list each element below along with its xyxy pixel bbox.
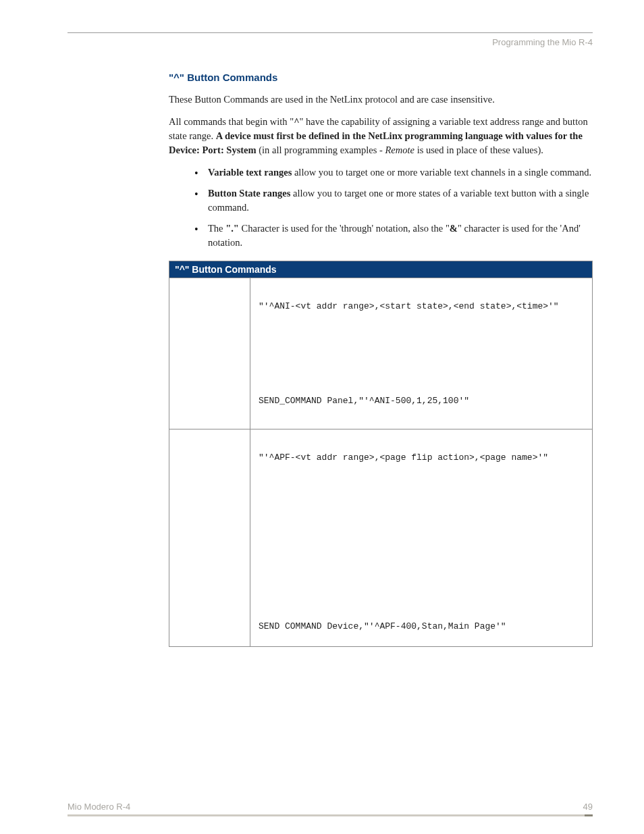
- table-header-row: "^" Button Commands: [169, 261, 593, 278]
- b2-bold: Button State ranges: [208, 188, 290, 199]
- p2-caret: ^: [294, 116, 299, 127]
- paragraph-intro: These Button Commands are used in the Ne…: [169, 93, 593, 107]
- bullet-list: Variable text ranges allow you to target…: [194, 165, 593, 250]
- footer-left: Mio Modero R-4: [68, 802, 130, 812]
- p2-italic: Remote: [385, 145, 414, 155]
- table-row: "'^APF-<vt addr range>,<page flip action…: [169, 429, 593, 647]
- b3-bold1: ".": [225, 223, 239, 234]
- p2-part-e: is used in place of these values).: [414, 145, 543, 155]
- table-cell-right: "'^APF-<vt addr range>,<page flip action…: [250, 429, 593, 647]
- table-row: "'^ANI-<vt addr range>,<start state>,<en…: [169, 278, 593, 429]
- content-area: "^" Button Commands These Button Command…: [68, 72, 593, 647]
- bullet-item-3: The "." Character is used for the 'throu…: [194, 221, 593, 250]
- b1-bold: Variable text ranges: [208, 167, 292, 178]
- row0-syntax: "'^ANI-<vt addr range>,<start state>,<en…: [259, 300, 584, 313]
- footer-rule-end: [585, 814, 593, 816]
- footer-rule: [68, 814, 593, 816]
- commands-table: "^" Button Commands "'^ANI-<vt addr rang…: [169, 261, 593, 647]
- row0-example: SEND_COMMAND Panel,"'^ANI-500,1,25,100'": [259, 394, 584, 408]
- paragraph-detail: All commands that begin with "^" have th…: [169, 115, 593, 157]
- b3-b: Character is used for the 'through' nota…: [239, 223, 450, 234]
- footer-right: 49: [583, 802, 593, 812]
- table-cell-right: "'^ANI-<vt addr range>,<start state>,<en…: [250, 278, 593, 429]
- b3-bold2: &: [450, 223, 458, 234]
- row1-example: SEND COMMAND Device,"'^APF-400,Stan,Main…: [259, 620, 584, 633]
- row1-syntax: "'^APF-<vt addr range>,<page flip action…: [259, 451, 584, 465]
- p2-part-a: All commands that begin with ": [169, 116, 294, 127]
- footer: Mio Modero R-4 49: [68, 802, 593, 816]
- footer-line: Mio Modero R-4 49: [68, 802, 593, 812]
- b3-a: The: [208, 223, 225, 234]
- header-right: Programming the Mio R-4: [68, 37, 593, 47]
- p2-part-d: (in all programming examples -: [257, 145, 385, 155]
- section-title: "^" Button Commands: [169, 72, 593, 83]
- page: Programming the Mio R-4 "^" Button Comma…: [0, 0, 644, 834]
- table-header: "^" Button Commands: [169, 261, 593, 278]
- bullet-item-2: Button State ranges allow you to target …: [194, 186, 593, 215]
- table-cell-left: [169, 278, 250, 429]
- table-cell-left: [169, 429, 250, 647]
- bullet-item-1: Variable text ranges allow you to target…: [194, 165, 593, 180]
- top-rule: [68, 32, 593, 33]
- b1-rest: allow you to target one or more variable…: [292, 167, 591, 178]
